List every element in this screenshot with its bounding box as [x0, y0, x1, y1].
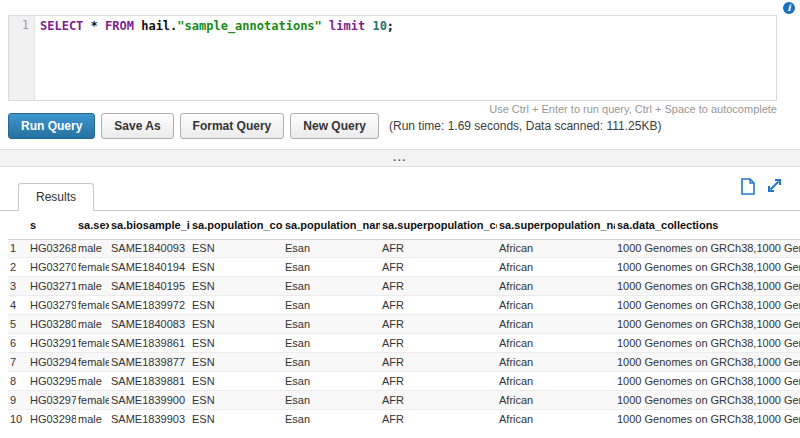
- table-cell: HG03295: [28, 371, 76, 390]
- sql-token: FROM: [105, 19, 134, 33]
- table-row: 4HG03279femaleSAME1839972ESNEsanAFRAfric…: [8, 296, 800, 315]
- column-header: [8, 211, 28, 239]
- sql-token: limit: [329, 19, 365, 33]
- table-cell: Esan: [283, 258, 380, 277]
- table-cell: HG03294: [28, 352, 76, 371]
- table-cell: Esan: [283, 371, 380, 390]
- table-cell: African: [497, 371, 615, 390]
- row-number-cell: 2: [8, 258, 28, 277]
- expand-results-icon[interactable]: [767, 178, 782, 193]
- sql-token: [322, 19, 329, 33]
- row-number-cell: 6: [8, 333, 28, 352]
- column-header: sa.data_collections: [615, 211, 800, 239]
- query-toolbar: Run Query Save As Format Query New Query…: [8, 113, 661, 139]
- table-cell: SAME1839903: [109, 409, 190, 428]
- column-header: s: [28, 211, 76, 239]
- table-cell: female: [76, 296, 109, 315]
- results-section: Results ssa.sexsa.biosample_idsa.populat…: [0, 167, 800, 438]
- table-cell: 1000 Genomes on GRCh38,1000 Genomes: [615, 352, 800, 371]
- format-query-button[interactable]: Format Query: [180, 113, 285, 139]
- table-cell: 1000 Genomes on GRCh38,1000 Genomes: [615, 390, 800, 409]
- row-number-cell: 5: [8, 315, 28, 334]
- table-cell: African: [497, 315, 615, 334]
- table-cell: AFR: [380, 409, 497, 428]
- table-cell: female: [76, 258, 109, 277]
- new-query-button[interactable]: New Query: [290, 113, 379, 139]
- info-icon[interactable]: i: [783, 2, 795, 14]
- table-cell: SAME1839861: [109, 333, 190, 352]
- table-cell: female: [76, 390, 109, 409]
- table-cell: HG03280: [28, 315, 76, 334]
- table-cell: African: [497, 277, 615, 296]
- table-cell: Esan: [283, 390, 380, 409]
- sql-query-text: SELECT * FROM hail."sample_annotations" …: [35, 16, 776, 100]
- table-cell: African: [497, 239, 615, 258]
- table-cell: SAME1839972: [109, 296, 190, 315]
- table-cell: African: [497, 333, 615, 352]
- editor-gutter: 1: [9, 16, 35, 100]
- table-cell: SAME1839900: [109, 390, 190, 409]
- table-cell: African: [497, 352, 615, 371]
- table-cell: ESN: [190, 371, 283, 390]
- table-cell: AFR: [380, 333, 497, 352]
- table-cell: male: [76, 409, 109, 428]
- table-cell: HG03291: [28, 333, 76, 352]
- table-cell: ESN: [190, 409, 283, 428]
- table-cell: AFR: [380, 315, 497, 334]
- table-row: 7HG03294femaleSAME1839877ESNEsanAFRAfric…: [8, 352, 800, 371]
- table-cell: AFR: [380, 277, 497, 296]
- sql-token: *: [83, 19, 105, 33]
- table-cell: ESN: [190, 239, 283, 258]
- sql-token: SELECT: [40, 19, 83, 33]
- table-cell: 1000 Genomes on GRCh38,1000 Genomes: [615, 296, 800, 315]
- sql-token: hail.: [134, 19, 177, 33]
- query-run-status: (Run time: 1.69 seconds, Data scanned: 1…: [389, 119, 661, 133]
- row-number-cell: 4: [8, 296, 28, 315]
- line-number: 1: [22, 18, 29, 32]
- table-cell: AFR: [380, 352, 497, 371]
- column-header: sa.population_name: [283, 211, 380, 239]
- table-cell: 1000 Genomes on GRCh38,1000 Genomes: [615, 409, 800, 428]
- table-cell: SAME1839877: [109, 352, 190, 371]
- table-cell: HG03298: [28, 409, 76, 428]
- run-query-button[interactable]: Run Query: [8, 113, 95, 139]
- table-cell: 1000 Genomes on GRCh38,1000 Genomes: [615, 258, 800, 277]
- table-row: 9HG03297femaleSAME1839900ESNEsanAFRAfric…: [8, 390, 800, 409]
- column-header: sa.biosample_id: [109, 211, 190, 239]
- sql-token: "sample_annotations": [177, 19, 322, 33]
- tab-results[interactable]: Results: [18, 183, 94, 211]
- table-cell: male: [76, 277, 109, 296]
- table-row: 8HG03295maleSAME1839881ESNEsanAFRAfrican…: [8, 371, 800, 390]
- table-cell: ESN: [190, 258, 283, 277]
- row-number-cell: 8: [8, 371, 28, 390]
- splitter-dots: ···: [393, 153, 407, 167]
- table-cell: ESN: [190, 333, 283, 352]
- save-as-button[interactable]: Save As: [101, 113, 173, 139]
- table-cell: Esan: [283, 277, 380, 296]
- column-header: sa.superpopulation_name: [497, 211, 615, 239]
- table-cell: African: [497, 390, 615, 409]
- row-number-cell: 1: [8, 239, 28, 258]
- table-row: 2HG03270femaleSAME1840194ESNEsanAFRAfric…: [8, 258, 800, 277]
- row-number-cell: 3: [8, 277, 28, 296]
- table-cell: AFR: [380, 296, 497, 315]
- sql-editor[interactable]: 1 SELECT * FROM hail."sample_annotations…: [8, 15, 777, 101]
- table-cell: Esan: [283, 296, 380, 315]
- sql-token: 10: [372, 19, 386, 33]
- table-cell: male: [76, 371, 109, 390]
- table-cell: ESN: [190, 296, 283, 315]
- table-cell: ESN: [190, 390, 283, 409]
- results-table: ssa.sexsa.biosample_idsa.population_code…: [8, 211, 800, 428]
- table-row: 10HG03298maleSAME1839903ESNEsanAFRAfrica…: [8, 409, 800, 428]
- sql-token: ;: [387, 19, 394, 33]
- column-header: sa.population_code: [190, 211, 283, 239]
- table-cell: African: [497, 409, 615, 428]
- splitter-handle[interactable]: ···: [0, 149, 800, 167]
- table-row: 1HG03268maleSAME1840093ESNEsanAFRAfrican…: [8, 239, 800, 258]
- download-results-icon[interactable]: [741, 178, 755, 195]
- table-cell: Esan: [283, 239, 380, 258]
- table-cell: AFR: [380, 390, 497, 409]
- table-cell: HG03271: [28, 277, 76, 296]
- table-cell: AFR: [380, 239, 497, 258]
- row-number-cell: 7: [8, 352, 28, 371]
